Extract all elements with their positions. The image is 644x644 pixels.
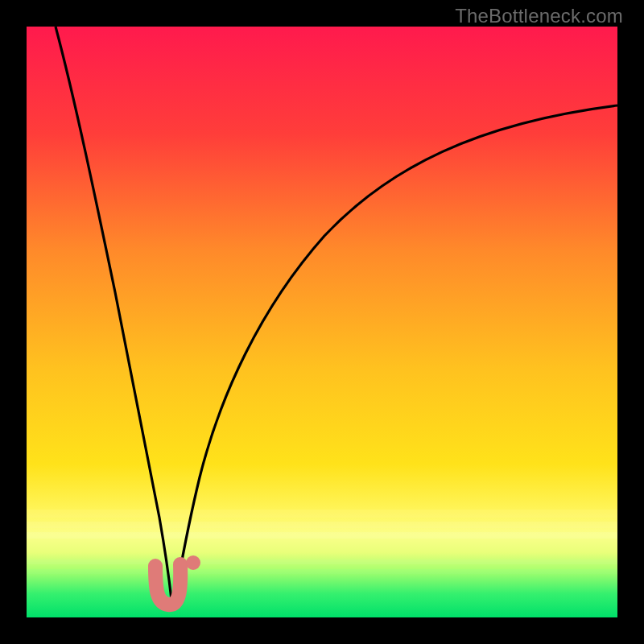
- svg-rect-3: [27, 559, 617, 564]
- svg-rect-4: [27, 569, 617, 574]
- highlight-dot: [186, 555, 200, 570]
- svg-rect-0: [27, 510, 617, 518]
- chart-frame: TheBottleneck.com: [0, 0, 644, 644]
- bottleneck-chart-svg: [27, 27, 617, 617]
- svg-rect-1: [27, 522, 617, 528]
- plot-area: [27, 27, 617, 617]
- gradient-background: [27, 27, 617, 617]
- svg-rect-2: [27, 532, 617, 539]
- watermark-text: TheBottleneck.com: [455, 5, 623, 27]
